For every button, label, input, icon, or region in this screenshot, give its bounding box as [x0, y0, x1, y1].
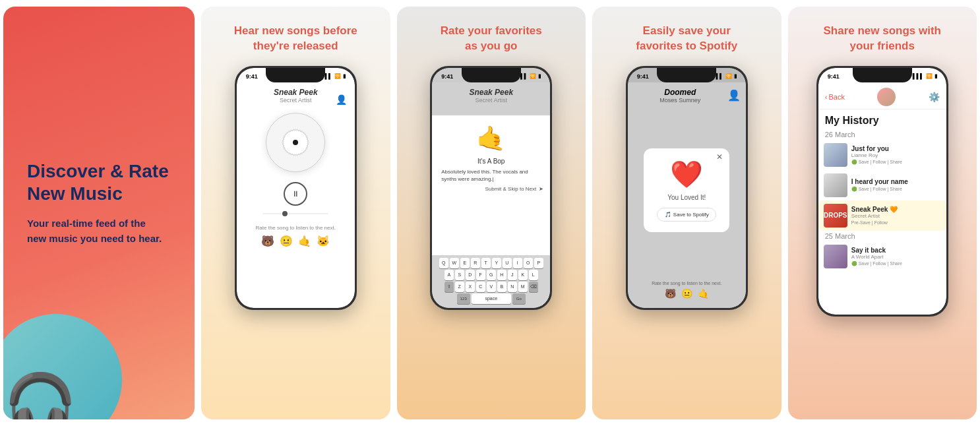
- artist-3: Secret Artist: [439, 97, 543, 104]
- pause-button[interactable]: ⏸: [284, 182, 307, 206]
- history-info-4: Say it back A World Apart 🟢 Save | Follo…: [851, 247, 941, 266]
- key-y[interactable]: Y: [492, 258, 501, 268]
- song-title-4: Doomed: [659, 88, 700, 97]
- artist-name-hist-3: Secret Artist: [851, 213, 941, 219]
- back-chevron: ‹: [825, 93, 828, 101]
- key-m[interactable]: M: [518, 282, 528, 292]
- phone-mockup-4: 9:41 ▌▌▌ 🛜 ▮ Doomed Moses Sumney 👤 ✕: [626, 66, 748, 310]
- phone-screen-2: 9:41 ▌▌▌ 🛜 ▮ 👤 Sneak Peek Secret Artist …: [237, 68, 355, 308]
- history-item-2: I heard your name 🟢 Save | Follow | Shar…: [818, 170, 946, 200]
- key-t[interactable]: T: [481, 258, 491, 268]
- time-5: 9:41: [828, 73, 840, 80]
- phone5-header: ‹ Back ⚙️: [818, 82, 946, 109]
- song-thumb-4: [824, 245, 847, 268]
- song-actions-2[interactable]: 🟢 Save | Follow | Share: [851, 187, 941, 192]
- date-march26: 26 March: [818, 129, 946, 140]
- emoji-row-4[interactable]: 🐻 😐 🤙: [665, 288, 709, 299]
- artist-4: Moses Sumney: [659, 97, 700, 104]
- battery-icon: ▮: [343, 73, 346, 79]
- key-del[interactable]: ⌫: [529, 282, 538, 292]
- wifi-4: 🛜: [725, 73, 732, 79]
- back-button[interactable]: ‹ Back: [825, 93, 845, 101]
- key-space[interactable]: space: [472, 293, 511, 304]
- panel4-headline: Easily save yourfavorites to Spotify: [636, 24, 737, 54]
- spotify-icon-1: 🟢: [851, 160, 857, 164]
- phone-notch-4: [657, 68, 716, 82]
- key-p[interactable]: P: [534, 258, 543, 268]
- key-f[interactable]: F: [476, 270, 485, 280]
- submit-row[interactable]: Submit & Skip to Next ➤: [439, 186, 543, 192]
- song-actions-3[interactable]: Pre-Save | Follow: [851, 220, 941, 225]
- key-shift[interactable]: ⇧: [444, 282, 454, 292]
- emoji-thumbsup[interactable]: 🤙: [298, 235, 311, 247]
- emoji-neutral[interactable]: 😐: [280, 235, 293, 247]
- emoji-neutral-4[interactable]: 😐: [681, 288, 692, 299]
- time-display: 9:41: [246, 73, 258, 80]
- key-u[interactable]: U: [503, 258, 512, 268]
- song-actions-1[interactable]: 🟢 Save | Follow | Share: [851, 160, 941, 165]
- key-w[interactable]: W: [450, 258, 459, 268]
- key-i[interactable]: I: [513, 258, 522, 268]
- loved-it-text: You Loved It!: [657, 194, 716, 201]
- key-a[interactable]: A: [444, 270, 454, 280]
- panel5-headline: Share new songs withyour friends: [823, 24, 941, 54]
- key-123[interactable]: 123: [457, 293, 470, 304]
- settings-icon[interactable]: ⚙️: [929, 92, 940, 102]
- status-icons-5: ▌▌▌ 🛜 ▮: [913, 73, 937, 79]
- hero-panel: Discover & RateNew Music Your real-time …: [3, 7, 195, 419]
- back-label: Back: [828, 93, 844, 101]
- key-go[interactable]: Go: [512, 293, 526, 304]
- key-r[interactable]: R: [471, 258, 480, 268]
- key-v[interactable]: V: [487, 282, 496, 292]
- profile-icon-4[interactable]: 👤: [727, 89, 741, 102]
- key-z[interactable]: Z: [455, 282, 464, 292]
- artist-name-hist-1: Lianne Roy: [851, 152, 941, 158]
- emoji-rating-row[interactable]: 🐻 😐 🤙 🐱: [261, 235, 330, 247]
- progress-bar[interactable]: [262, 213, 328, 214]
- drops-text: DROPS: [824, 212, 847, 219]
- wifi-3: 🛜: [530, 73, 536, 79]
- history-info-3: Sneak Peek 🧡 Secret Artist Pre-Save | Fo…: [851, 206, 941, 225]
- key-x[interactable]: X: [466, 282, 475, 292]
- phone-screen-4: 9:41 ▌▌▌ 🛜 ▮ Doomed Moses Sumney 👤 ✕: [628, 68, 746, 308]
- key-b[interactable]: B: [497, 282, 506, 292]
- key-k[interactable]: K: [518, 270, 528, 280]
- song-actions-4[interactable]: 🟢 Save | Follow | Share: [851, 261, 941, 266]
- phone4-bottom: Rate the song to listen to the next. 🐻 😐…: [628, 272, 746, 308]
- listen-next-text: Rate the song to listen to the next.: [256, 225, 336, 231]
- key-o[interactable]: O: [524, 258, 533, 268]
- key-l[interactable]: L: [529, 270, 538, 280]
- spotify-icon-4: 🟢: [851, 261, 857, 266]
- phone-mockup-2: 9:41 ▌▌▌ 🛜 ▮ 👤 Sneak Peek Secret Artist …: [235, 66, 357, 310]
- battery-5: ▮: [934, 73, 937, 79]
- key-s[interactable]: S: [455, 270, 464, 280]
- emoji-bear-4[interactable]: 🐻: [665, 288, 676, 299]
- panel-rate-favorites: Rate your favoritesas you go 9:41 ▌▌▌ 🛜 …: [397, 7, 586, 419]
- emoji-heart[interactable]: 🐱: [317, 235, 330, 247]
- my-history-heading: My History: [818, 109, 946, 129]
- signal-5: ▌▌▌: [913, 73, 924, 79]
- key-c[interactable]: C: [476, 282, 485, 292]
- song-thumb-1: [824, 143, 847, 167]
- emoji-thumbsup-4[interactable]: 🤙: [698, 288, 709, 299]
- submit-label[interactable]: Submit & Skip to Next: [485, 186, 536, 192]
- user-avatar[interactable]: [877, 88, 896, 106]
- history-info-2: I heard your name 🟢 Save | Follow | Shar…: [851, 178, 941, 192]
- emoji-bear[interactable]: 🐻: [261, 235, 274, 247]
- key-j[interactable]: J: [508, 270, 517, 280]
- key-e[interactable]: E: [460, 258, 470, 268]
- song-thumb-3: DROPS: [824, 204, 847, 228]
- key-q[interactable]: Q: [439, 258, 448, 268]
- heart-emoji: ❤️: [657, 159, 716, 190]
- keyboard[interactable]: Q W E R T Y U I O P A S D F G H: [432, 255, 550, 308]
- phone-screen-3: 9:41 ▌▌▌ 🛜 ▮ Sneak Peek Secret Artist 🤙 …: [432, 68, 550, 308]
- key-g[interactable]: G: [487, 270, 496, 280]
- close-button[interactable]: ✕: [716, 152, 723, 162]
- comment-field[interactable]: Absolutely loved this. The vocals and sy…: [439, 168, 543, 183]
- key-h[interactable]: H: [497, 270, 506, 280]
- key-d[interactable]: D: [466, 270, 475, 280]
- profile-icon[interactable]: 👤: [336, 94, 347, 105]
- key-n[interactable]: N: [508, 282, 517, 292]
- send-icon[interactable]: ➤: [539, 186, 543, 192]
- save-spotify-button[interactable]: 🎵 Save to Spotify: [657, 208, 716, 222]
